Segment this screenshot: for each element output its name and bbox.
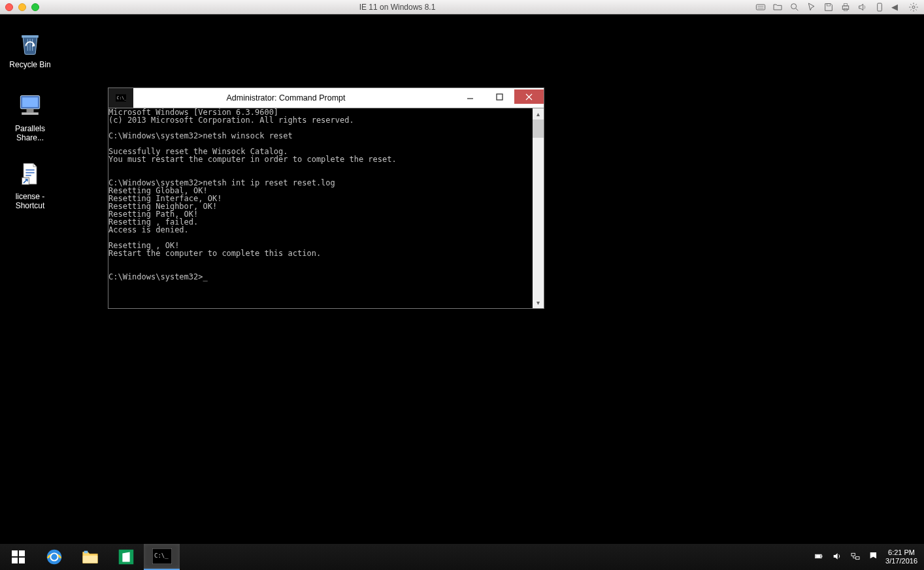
taskbar-item-windows-store[interactable] — [108, 544, 144, 570]
svg-rect-22 — [497, 94, 503, 100]
document-shortcut-icon — [15, 159, 45, 189]
save-icon[interactable] — [823, 2, 834, 12]
svg-rect-12 — [22, 97, 38, 107]
recycle-bin-icon — [15, 27, 45, 57]
minimize-button[interactable] — [455, 89, 485, 104]
svg-rect-5 — [827, 3, 830, 5]
battery-icon[interactable] — [814, 551, 824, 563]
desktop-icon-label: Recycle Bin — [4, 60, 56, 69]
mac-zoom-button[interactable] — [31, 3, 39, 11]
svg-rect-25 — [12, 550, 18, 556]
command-prompt-output[interactable]: Microsoft Windows [Version 6.3.9600] (c)… — [108, 108, 532, 304]
folder-icon[interactable] — [772, 2, 783, 12]
volume-icon[interactable] — [857, 2, 868, 12]
volume-icon[interactable] — [832, 551, 842, 563]
taskbar-date: 3/17/2016 — [885, 557, 917, 565]
mac-titlebar: IE 11 on Windows 8.1 ◀ — [0, 0, 924, 14]
scroll-thumb[interactable] — [533, 119, 544, 138]
desktop-icon-label: Parallels Share... — [4, 124, 56, 142]
svg-rect-32 — [84, 551, 88, 554]
svg-text:C:\_: C:\_ — [154, 552, 169, 559]
scroll-up-icon[interactable]: ▴ — [533, 108, 544, 119]
windows-taskbar: C:\_ 6:21 PM 3/17/2016 — [0, 544, 924, 570]
network-icon[interactable] — [850, 551, 861, 563]
action-center-icon[interactable] — [868, 551, 879, 563]
svg-rect-40 — [856, 556, 859, 559]
mac-window-title: IE 11 on Windows 8.1 — [39, 3, 755, 12]
taskbar-clock[interactable]: 6:21 PM 3/17/2016 — [883, 548, 924, 565]
svg-rect-14 — [22, 112, 39, 115]
command-prompt-icon: C:\_ — [108, 88, 133, 108]
printer-icon[interactable] — [840, 2, 851, 12]
mac-close-button[interactable] — [5, 3, 13, 11]
taskbar-item-internet-explorer[interactable] — [36, 544, 72, 570]
back-icon[interactable]: ◀ — [891, 2, 902, 12]
search-icon[interactable] — [789, 2, 800, 12]
svg-rect-26 — [19, 550, 25, 556]
svg-rect-9 — [878, 3, 882, 11]
taskbar-item-command-prompt[interactable]: C:\_ — [144, 544, 180, 570]
svg-rect-13 — [27, 109, 34, 113]
scrollbar[interactable]: ▴ ▾ — [533, 108, 544, 308]
svg-rect-38 — [816, 555, 820, 558]
start-button[interactable] — [0, 544, 36, 570]
cursor-icon[interactable] — [806, 2, 817, 12]
keyboard-icon[interactable] — [755, 2, 766, 12]
svg-rect-39 — [851, 553, 855, 556]
system-tray — [810, 551, 883, 563]
svg-line-4 — [796, 8, 798, 10]
svg-rect-31 — [82, 556, 97, 563]
close-button[interactable] — [514, 89, 544, 104]
svg-rect-28 — [19, 558, 25, 563]
desktop-icon-license-shortcut[interactable]: license - Shortcut — [4, 159, 56, 210]
svg-point-10 — [912, 6, 915, 8]
scroll-down-icon[interactable]: ▾ — [533, 297, 544, 308]
command-prompt-title: Administrator: Command Prompt — [136, 93, 455, 103]
maximize-button[interactable] — [485, 89, 514, 104]
svg-rect-37 — [821, 555, 822, 557]
svg-rect-6 — [842, 6, 848, 9]
desktop-icon-parallels-share[interactable]: Parallels Share... — [4, 91, 56, 142]
svg-text:C:\_: C:\_ — [117, 95, 126, 101]
monitor-icon — [15, 91, 45, 121]
taskbar-item-file-explorer[interactable] — [72, 544, 108, 570]
svg-point-30 — [50, 553, 58, 560]
mac-minimize-button[interactable] — [18, 3, 26, 11]
svg-rect-27 — [12, 558, 18, 563]
desktop-icon-recycle-bin[interactable]: Recycle Bin — [4, 27, 56, 69]
svg-point-3 — [791, 3, 797, 8]
windows-desktop[interactable]: Recycle Bin Parallels Share... — [0, 14, 924, 570]
device-icon[interactable] — [874, 2, 885, 12]
gear-icon[interactable] — [908, 2, 919, 12]
taskbar-time: 6:21 PM — [885, 548, 917, 557]
svg-rect-0 — [756, 5, 765, 10]
command-prompt-window: C:\_ Administrator: Command Prompt Micro… — [108, 87, 544, 309]
desktop-icon-label: license - Shortcut — [4, 192, 56, 210]
command-prompt-titlebar[interactable]: C:\_ Administrator: Command Prompt — [108, 88, 544, 108]
